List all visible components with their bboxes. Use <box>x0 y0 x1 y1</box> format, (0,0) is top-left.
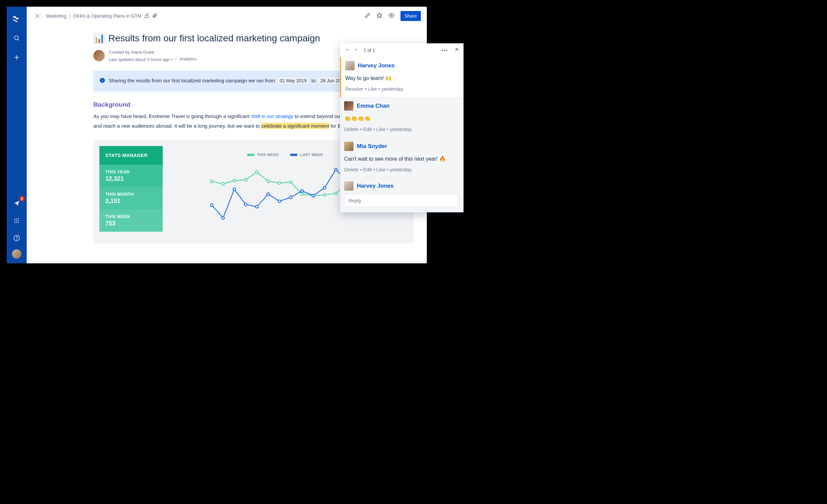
legend-swatch <box>247 154 254 156</box>
create-icon[interactable] <box>11 51 23 63</box>
svg-marker-19 <box>377 13 382 18</box>
analytics-link[interactable]: Analytics <box>174 56 196 62</box>
svg-point-46 <box>301 190 303 192</box>
bar-chart-emoji-icon: 📊 <box>93 33 105 44</box>
comment-body: Way to go team! 🙌 <box>345 75 458 81</box>
svg-point-34 <box>323 194 326 196</box>
breadcrumb-page[interactable]: OKRs & Operating Plans in GTM <box>73 13 141 19</box>
comment-author[interactable]: Harvey Jones <box>358 62 395 69</box>
stats-sidebar: STATS MANAGER THIS YEAR 12,321 THIS MONT… <box>99 146 163 237</box>
reply-section: Harvey Jones <box>340 178 464 212</box>
svg-point-39 <box>222 217 225 219</box>
svg-point-7 <box>14 220 15 221</box>
svg-point-49 <box>335 168 337 171</box>
profile-avatar[interactable] <box>12 249 21 259</box>
comment-author[interactable]: Emma Chan <box>357 103 389 109</box>
svg-point-14 <box>17 239 17 240</box>
legend-item: THIS WEEK <box>247 153 279 157</box>
svg-point-26 <box>233 179 236 182</box>
watch-icon[interactable] <box>388 12 394 20</box>
comment-actions[interactable]: Resolve • Like • yesterday <box>345 86 458 92</box>
stats-header: STATS MANAGER <box>99 146 163 165</box>
breadcrumb-root[interactable]: Marketing <box>46 13 66 19</box>
comment-body: 👏👏👏👏 <box>344 115 458 122</box>
comment-actions[interactable]: Delete • Edit • Like • yesterday <box>344 167 458 172</box>
comment-item[interactable]: Harvey Jones Way to go team! 🙌 Resolve •… <box>340 57 464 97</box>
svg-point-12 <box>18 222 19 223</box>
svg-point-42 <box>255 206 258 208</box>
info-icon <box>99 77 105 87</box>
svg-point-30 <box>278 182 281 184</box>
svg-point-29 <box>267 180 270 183</box>
help-icon[interactable] <box>11 232 23 244</box>
legend-swatch <box>290 154 297 156</box>
comment-item[interactable]: Mia Snyder Can't wait to see more of thi… <box>340 138 464 178</box>
comment-actions[interactable]: Delete • Edit • Like • yesterday <box>344 126 458 132</box>
attachment-icon[interactable] <box>152 13 157 19</box>
reply-input[interactable] <box>344 194 458 207</box>
svg-point-4 <box>14 218 15 219</box>
analytics-icon <box>174 57 178 61</box>
strategy-link[interactable]: shift in our strategy <box>251 113 293 119</box>
svg-point-24 <box>210 180 213 183</box>
svg-rect-22 <box>102 80 103 81</box>
svg-point-20 <box>390 15 392 16</box>
svg-point-45 <box>289 196 292 199</box>
comment-avatar[interactable] <box>344 142 353 151</box>
chevron-down-icon[interactable] <box>344 47 350 53</box>
svg-point-31 <box>289 181 292 184</box>
app-logo-icon[interactable] <box>11 13 23 25</box>
comment-author[interactable]: Mia Snyder <box>357 143 387 150</box>
breadcrumb: Marketing / OKRs & Operating Plans in GT… <box>46 13 157 19</box>
page-title: 📊 Results from our first localized marke… <box>93 33 414 44</box>
svg-point-27 <box>244 179 247 181</box>
author-avatar[interactable] <box>93 50 105 61</box>
stats-row: THIS YEAR 12,321 <box>99 165 163 187</box>
restrictions-icon[interactable] <box>144 13 149 19</box>
svg-point-28 <box>255 171 258 173</box>
legend-item: LAST WEEK <box>290 153 323 157</box>
sidebar-toggle-icon[interactable] <box>33 11 42 21</box>
star-icon[interactable] <box>377 12 383 20</box>
edit-icon[interactable] <box>364 12 371 20</box>
svg-point-44 <box>278 200 281 203</box>
reply-avatar[interactable] <box>344 181 353 191</box>
highlighted-text[interactable]: celebrate a significant moment <box>261 123 329 129</box>
svg-point-32 <box>301 193 303 196</box>
comments-header: 1 of 1 ••• <box>340 43 464 57</box>
share-button[interactable]: Share <box>400 11 421 21</box>
svg-point-38 <box>210 204 213 207</box>
global-nav: 5 <box>7 7 27 263</box>
comment-counter: 1 of 1 <box>363 48 375 53</box>
created-by: Created by Alana Grant <box>109 49 196 56</box>
search-icon[interactable] <box>11 32 23 44</box>
svg-point-5 <box>16 218 17 219</box>
svg-point-35 <box>335 192 337 195</box>
reply-author[interactable]: Harvey Jones <box>357 183 394 189</box>
app-switcher-icon[interactable] <box>11 215 23 227</box>
svg-point-0 <box>14 36 18 40</box>
notifications-icon[interactable]: 5 <box>11 197 23 209</box>
close-icon[interactable] <box>454 47 459 54</box>
svg-point-11 <box>16 222 17 223</box>
svg-point-8 <box>16 220 17 221</box>
comment-list: Harvey Jones Way to go team! 🙌 Resolve •… <box>340 57 464 212</box>
more-menu-icon[interactable]: ••• <box>441 48 448 53</box>
date-chip: 01 May 2019 <box>278 77 309 84</box>
last-updated: Last updated about 3 hours ago <box>109 57 170 62</box>
topbar: Marketing / OKRs & Operating Plans in GT… <box>27 7 427 25</box>
comment-avatar[interactable] <box>344 101 353 111</box>
notification-badge: 5 <box>19 196 25 201</box>
svg-point-40 <box>233 188 236 191</box>
breadcrumb-separator: / <box>69 13 70 19</box>
comment-item[interactable]: Emma Chan 👏👏👏👏 Delete • Edit • Like • ye… <box>340 97 464 138</box>
comment-body: Can't wait to see more of this next year… <box>344 156 458 162</box>
svg-point-23 <box>102 79 103 79</box>
info-panel-text: Sharing the results from our first local… <box>109 76 376 87</box>
comment-avatar[interactable] <box>345 61 354 70</box>
svg-point-47 <box>312 194 315 197</box>
chevron-up-icon[interactable] <box>353 47 359 53</box>
svg-point-9 <box>18 220 19 221</box>
svg-line-1 <box>18 39 19 41</box>
page-title-text: Results from our first localized marketi… <box>108 33 320 44</box>
